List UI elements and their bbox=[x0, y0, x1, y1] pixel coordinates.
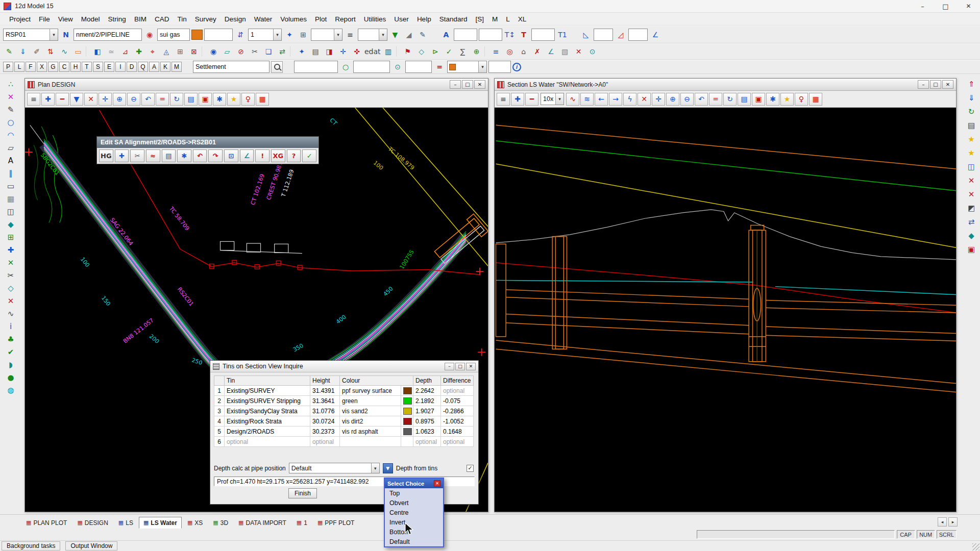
empty-field-3[interactable] bbox=[353, 61, 390, 73]
view-tab[interactable]: ▦ DATA IMPORT bbox=[234, 517, 291, 529]
section-toolbar-button[interactable]: ≡ bbox=[497, 93, 510, 106]
tin-cell[interactable]: Existing/Rock Strata bbox=[225, 416, 310, 427]
toolbox-icon[interactable]: ∿ bbox=[4, 308, 17, 319]
toolbox-icon[interactable]: ◆ bbox=[965, 230, 978, 241]
vertical-exaggeration-select[interactable]: 10x ▾ bbox=[541, 93, 564, 105]
select-choice-option[interactable]: Centre bbox=[385, 508, 443, 517]
chevron-down-icon[interactable]: ▾ bbox=[334, 29, 342, 40]
dialog-control-button[interactable]: – bbox=[445, 363, 454, 370]
window-control-button[interactable]: ✕ bbox=[474, 80, 485, 89]
toolbar-icon[interactable]: ◇ bbox=[415, 45, 428, 58]
toolbox-icon[interactable]: ✕ bbox=[4, 91, 17, 103]
toolbox-icon[interactable]: ◍ bbox=[4, 384, 17, 396]
menu-item[interactable]: Utilities bbox=[360, 14, 390, 24]
toolbar-icon[interactable]: ⇄ bbox=[276, 45, 288, 58]
plan-toolbar-button[interactable]: ⊖ bbox=[127, 93, 140, 106]
text-angle-field[interactable] bbox=[531, 29, 555, 41]
toolbar-icon[interactable]: ⊘ bbox=[235, 45, 247, 58]
plan-toolbar-button[interactable]: = bbox=[156, 93, 169, 106]
select-choice-titlebar[interactable]: Select Choice ✕ bbox=[385, 479, 443, 488]
difference-cell[interactable]: 0.1648 bbox=[441, 427, 474, 437]
difference-cell[interactable]: -1.0052 bbox=[441, 416, 474, 427]
depth-cell[interactable]: 2.1892 bbox=[413, 396, 441, 406]
menu-item[interactable]: Report bbox=[331, 14, 360, 24]
edit-toolbar-button[interactable]: ≈ bbox=[146, 149, 160, 162]
snap-mode-button[interactable]: A bbox=[149, 62, 159, 72]
tin-cell[interactable]: optional bbox=[225, 437, 310, 447]
snap-mode-button[interactable]: H bbox=[70, 62, 81, 72]
grid-icon[interactable]: ⊞ bbox=[297, 29, 309, 41]
colour-cell[interactable]: ppf survey surface bbox=[340, 386, 401, 396]
toolbar-icon[interactable]: ⊕ bbox=[471, 45, 483, 58]
toolbox-icon[interactable]: ◗ bbox=[4, 359, 17, 370]
toolbar-icon[interactable]: ∿ bbox=[58, 45, 70, 58]
depth-cell[interactable]: 1.0623 bbox=[413, 427, 441, 437]
toolbox-icon[interactable]: i bbox=[4, 320, 17, 332]
plan-toolbar-button[interactable]: ▦ bbox=[256, 93, 269, 106]
section-toolbar-button[interactable]: ▣ bbox=[752, 93, 765, 106]
chart-field-2[interactable] bbox=[628, 29, 648, 41]
toolbar-icon[interactable]: ⊠ bbox=[188, 45, 200, 58]
toolbar-icon[interactable]: ✂ bbox=[249, 45, 261, 58]
toolbox-icon[interactable]: A bbox=[4, 155, 17, 166]
plan-toolbar-button[interactable]: ↶ bbox=[141, 93, 155, 106]
depth-cell[interactable]: optional bbox=[413, 437, 441, 447]
toolbox-icon[interactable]: ✕ bbox=[4, 257, 17, 268]
section-toolbar-button[interactable]: ≋ bbox=[580, 93, 594, 106]
toolbar-icon[interactable]: ✜ bbox=[351, 45, 363, 58]
background-tasks-button[interactable]: Background tasks bbox=[2, 541, 60, 550]
menu-item[interactable]: CAD bbox=[151, 14, 174, 24]
toolbox-icon[interactable]: ⊞ bbox=[4, 231, 17, 243]
edit-toolbar-button[interactable]: ↶ bbox=[193, 149, 207, 162]
chart-field-1[interactable] bbox=[594, 29, 613, 41]
toolbar-icon[interactable]: ≃ bbox=[105, 45, 117, 58]
depth-cell[interactable]: 0.8975 bbox=[413, 416, 441, 427]
menu-item[interactable]: Tin bbox=[173, 14, 190, 24]
toolbox-icon[interactable]: ⇑ bbox=[965, 78, 978, 90]
text-size-field[interactable] bbox=[454, 29, 477, 41]
edit-toolbar-button[interactable]: ⊡ bbox=[224, 149, 238, 162]
tin-cell[interactable]: Existing/SURVEY bbox=[225, 386, 310, 396]
window-control-button[interactable]: □ bbox=[462, 80, 473, 89]
depth-cell[interactable]: 2.2642 bbox=[413, 386, 441, 396]
edit-toolbar-title[interactable]: Edit SA Alignment/2/ROADS->RS2B01 bbox=[97, 137, 318, 148]
edit-toolbar-button[interactable]: ✱ bbox=[177, 149, 191, 162]
section-toolbar-button[interactable]: = bbox=[709, 93, 722, 106]
section-titlebar[interactable]: Section LS Water "SW/Network->A0" –□✕ bbox=[495, 79, 956, 91]
height-cell[interactable]: optional bbox=[310, 437, 340, 447]
section-toolbar-button[interactable]: → bbox=[609, 93, 622, 106]
difference-cell[interactable]: optional bbox=[441, 386, 474, 396]
snap-mode-button[interactable]: Q bbox=[138, 62, 148, 72]
font-tool-icon[interactable]: A bbox=[440, 29, 452, 41]
section-toolbar-button[interactable]: ↶ bbox=[695, 93, 708, 106]
snap-mode-button[interactable]: S bbox=[93, 62, 103, 72]
toolbar-icon[interactable]: ⊙ bbox=[586, 45, 599, 58]
menu-item[interactable]: L bbox=[502, 14, 514, 24]
plan-toolbar-button[interactable]: ✕ bbox=[84, 93, 97, 106]
model-input[interactable]: nment/2/PIPELINE bbox=[74, 29, 142, 41]
toolbar-icon[interactable]: ✎ bbox=[3, 45, 15, 58]
edit-toolbar-button[interactable]: ▤ bbox=[162, 149, 176, 162]
depth-from-checkbox[interactable]: ✓ bbox=[467, 465, 474, 472]
snap-mode-button[interactable]: I bbox=[115, 62, 126, 72]
empty-field-2[interactable] bbox=[294, 61, 338, 73]
snap-mode-button[interactable]: K bbox=[160, 62, 170, 72]
chevron-down-icon[interactable]: ▾ bbox=[371, 463, 379, 473]
close-icon[interactable]: ✕ bbox=[434, 480, 440, 487]
empty-field-4[interactable] bbox=[405, 61, 432, 73]
section-toolbar-button[interactable]: ⊕ bbox=[666, 93, 679, 106]
toolbox-icon[interactable]: ⇓ bbox=[965, 92, 978, 104]
toolbox-icon[interactable]: ✕ bbox=[965, 174, 978, 186]
edit-toolbar-button[interactable]: ✚ bbox=[115, 149, 129, 162]
edit-toolbar-button[interactable]: ∠ bbox=[240, 149, 254, 162]
chevron-down-icon[interactable]: ▾ bbox=[50, 29, 58, 40]
plan-toolbar-button[interactable]: ▤ bbox=[184, 93, 198, 106]
edit-toolbar-button[interactable]: ↷ bbox=[208, 149, 223, 162]
menu-item[interactable]: [S] bbox=[471, 14, 488, 24]
height-cell[interactable]: 31.0776 bbox=[310, 406, 340, 416]
snap-mode-button[interactable]: C bbox=[59, 62, 69, 72]
plan-toolbar-button[interactable]: ≡ bbox=[27, 93, 40, 106]
menu-item[interactable]: M bbox=[488, 14, 502, 24]
view-tab[interactable]: ▦ LS bbox=[114, 517, 138, 529]
linestyle-icon[interactable]: ≡ bbox=[344, 29, 356, 41]
